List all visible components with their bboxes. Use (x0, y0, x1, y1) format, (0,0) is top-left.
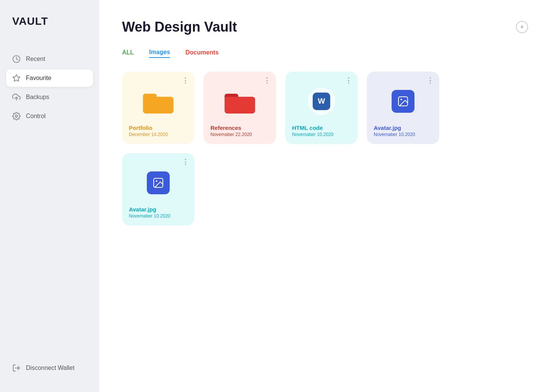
file-menu-icon-portfolio[interactable]: ⋮ (182, 77, 189, 84)
file-card-portfolio[interactable]: ⋮ Portfolio December 14.2020 (122, 72, 194, 144)
sidebar-item-favourite-label: Favourite (26, 75, 51, 82)
file-name-html-code: HTML code (292, 125, 351, 131)
page-title: Web Design Vault (122, 19, 237, 35)
upload-icon (12, 93, 21, 101)
sidebar-item-control-label: Control (26, 113, 46, 120)
logout-icon (12, 364, 21, 372)
svg-point-12 (400, 99, 402, 100)
file-name-references: References (210, 125, 269, 131)
file-menu-icon-avatar-2[interactable]: ⋮ (182, 158, 189, 165)
file-card-html-code[interactable]: ⋮ W HTML code Novemaber 10.2020 (285, 72, 358, 144)
sidebar-item-backups[interactable]: Backups (6, 88, 93, 106)
svg-point-14 (156, 180, 157, 182)
word-icon: W (313, 93, 330, 110)
file-icon-references (210, 78, 269, 123)
sidebar-item-backups-label: Backups (26, 94, 49, 101)
svg-marker-1 (13, 75, 20, 81)
image-icon-2 (147, 171, 170, 194)
sidebar: VAULT Recent Favourite (0, 0, 99, 392)
main-header: Web Design Vault + (122, 19, 528, 35)
tab-images[interactable]: Images (149, 49, 170, 58)
sidebar-item-favourite[interactable]: Favourite (6, 69, 93, 87)
add-button[interactable]: + (516, 21, 528, 33)
file-icon-portfolio (129, 78, 188, 123)
file-menu-icon-references[interactable]: ⋮ (263, 77, 271, 84)
svg-rect-10 (225, 97, 255, 114)
svg-rect-7 (143, 97, 173, 114)
file-card-references[interactable]: ⋮ References Novemaber 22.2020 (204, 72, 276, 144)
clock-icon (12, 55, 21, 63)
file-card-avatar-2[interactable]: ⋮ Avatar.jpg Novemaber 10.2020 (122, 153, 194, 226)
sidebar-item-control[interactable]: Control (6, 107, 93, 125)
star-icon (12, 74, 21, 82)
file-date-html-code: Novemaber 10.2020 (292, 132, 351, 137)
filter-tabs: ALL Images Documents (122, 49, 528, 58)
plus-icon: + (520, 23, 524, 31)
file-date-avatar-2: Novemaber 10.2020 (129, 213, 188, 219)
file-name-avatar-2: Avatar.jpg (129, 206, 188, 213)
file-name-portfolio: Portfolio (129, 125, 188, 131)
svg-point-3 (15, 115, 18, 117)
sidebar-item-recent-label: Recent (26, 56, 45, 62)
file-date-portfolio: December 14.2020 (129, 132, 188, 137)
file-icon-avatar-1 (374, 78, 432, 123)
disconnect-wallet-label: Disconnect Wallet (26, 365, 74, 371)
sidebar-bottom: Disconnect Wallet (0, 359, 99, 381)
file-icon-avatar-2 (129, 160, 188, 205)
main-content: Web Design Vault + ALL Images Documents … (99, 0, 551, 392)
sidebar-item-recent[interactable]: Recent (6, 50, 93, 68)
file-date-references: Novemaber 22.2020 (210, 132, 269, 137)
tab-documents[interactable]: Documents (185, 49, 218, 58)
app-logo: VAULT (0, 15, 99, 27)
tab-all[interactable]: ALL (122, 49, 134, 58)
image-icon-1 (392, 90, 414, 113)
gear-icon (12, 112, 21, 120)
file-menu-icon-html-code[interactable]: ⋮ (345, 77, 352, 84)
file-menu-icon-avatar-1[interactable]: ⋮ (427, 77, 434, 84)
file-name-avatar-1: Avatar.jpg (374, 125, 432, 131)
file-card-avatar-1[interactable]: ⋮ Avatar.jpg Novemaber 10.2020 (367, 72, 439, 144)
file-date-avatar-1: Novemaber 10.2020 (374, 132, 432, 137)
file-icon-html-code: W (292, 78, 351, 123)
files-grid: ⋮ Portfolio December 14.2020 ⋮ (122, 72, 528, 226)
disconnect-wallet-button[interactable]: Disconnect Wallet (6, 359, 93, 377)
sidebar-nav: Recent Favourite Backups (0, 50, 99, 359)
